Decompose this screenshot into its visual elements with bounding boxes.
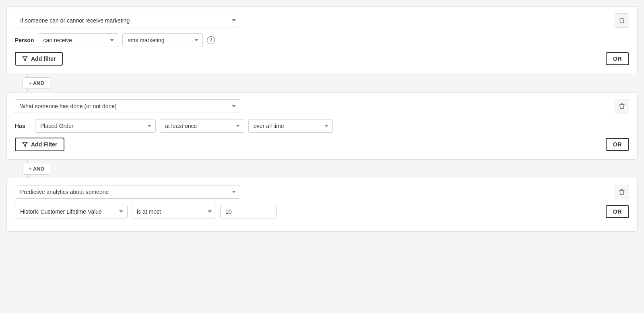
timeframe-select[interactable]: over all time	[248, 119, 333, 133]
add-filter-button-1[interactable]: Add filter	[15, 52, 63, 66]
clv-operator-select[interactable]: is at most	[132, 205, 216, 218]
delete-button-2[interactable]	[615, 99, 629, 113]
or-button-2[interactable]: OR	[606, 138, 629, 151]
and-button-1[interactable]: + AND	[23, 77, 50, 89]
filter-group-1: If someone can or cannot receive marketi…	[6, 6, 638, 74]
filter-group-3-header-left: Predictive analytics about someone	[15, 185, 240, 199]
or-button-3[interactable]: OR	[606, 205, 629, 218]
and-connector-1: + AND	[6, 74, 638, 92]
filter-icon-2	[22, 142, 28, 147]
filter-group-3-header: Predictive analytics about someone	[15, 185, 629, 199]
delete-button-1[interactable]	[615, 13, 629, 28]
category-select-2[interactable]: What someone has done (or not done)	[15, 99, 240, 113]
add-filter-button-2[interactable]: Add Filter	[15, 138, 64, 151]
person-label: Person	[15, 37, 34, 43]
info-icon-1[interactable]: i	[207, 36, 215, 44]
person-condition-select[interactable]: can receive	[38, 33, 118, 47]
filter-group-1-header: If someone can or cannot receive marketi…	[15, 13, 629, 28]
filter-group-2: What someone has done (or not done) Has …	[6, 92, 638, 160]
delete-button-3[interactable]	[615, 185, 629, 199]
trash-icon-3	[619, 189, 625, 195]
filter-group-2-footer: Add Filter OR	[15, 138, 629, 151]
filter-group-2-header: What someone has done (or not done)	[15, 99, 629, 113]
trash-icon-1	[619, 17, 625, 24]
filter-group-1-header-left: If someone can or cannot receive marketi…	[15, 14, 240, 27]
trash-icon-2	[619, 103, 625, 109]
frequency-select[interactable]: at least once	[160, 119, 244, 133]
person-channel-select[interactable]: sms marketing	[122, 33, 203, 47]
placed-order-select[interactable]: Placed Order	[35, 119, 156, 133]
filter-icon-1	[22, 56, 28, 62]
filter-row-1-person: Person can receive sms marketing i	[15, 33, 629, 47]
filter-row-3-clv: Historic Customer Lifetime Value is at m…	[15, 205, 629, 218]
or-button-1[interactable]: OR	[606, 52, 629, 65]
filter-group-3: Predictive analytics about someone Histo…	[6, 178, 638, 232]
has-label: Has	[15, 123, 31, 129]
category-select-3[interactable]: Predictive analytics about someone	[15, 185, 240, 199]
clv-property-select[interactable]: Historic Customer Lifetime Value	[15, 205, 128, 218]
and-button-2[interactable]: + AND	[23, 163, 50, 175]
filter-row-2-has: Has Placed Order at least once over all …	[15, 119, 629, 133]
filter-group-1-footer: Add filter OR	[15, 52, 629, 66]
category-select-1[interactable]: If someone can or cannot receive marketi…	[15, 14, 240, 27]
filter-group-2-header-left: What someone has done (or not done)	[15, 99, 240, 113]
and-connector-2: + AND	[6, 160, 638, 178]
clv-value-input[interactable]	[220, 205, 277, 218]
